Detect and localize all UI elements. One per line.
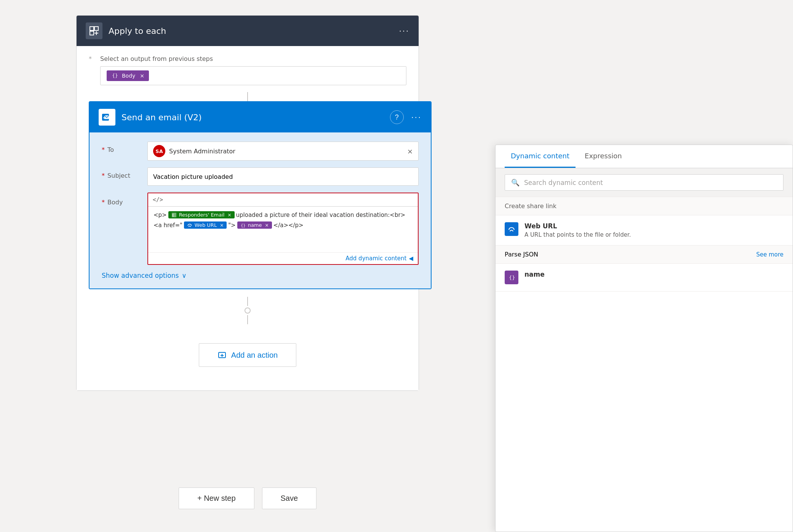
section-parse-json: Parse JSON See more [496,245,793,264]
select-output-row: * Select an output from previous steps {… [89,55,406,85]
web-url-desc: A URL that points to the file or folder. [524,231,631,238]
to-remove-button[interactable]: × [407,147,413,155]
name-tag-remove[interactable]: × [265,223,269,228]
apply-each-icon [86,22,102,39]
bottom-connector [89,297,406,324]
web-url-text: Web URL A URL that points to the file or… [524,222,631,238]
to-label: * To [102,142,140,153]
outlook-icon: o [99,109,115,126]
add-dynamic-link-row: Add dynamic content ◀ [148,252,418,264]
search-placeholder: Search dynamic content [524,179,603,186]
send-email-header-left: o Send an email (V2) [99,109,202,126]
body-input[interactable]: </> <p> E Responders' Email × [147,193,419,265]
section-create-share-link: Create share link [496,197,793,215]
apply-each-header-left: Apply to each [86,22,166,39]
select-output-input[interactable]: {} Body × [100,66,406,85]
send-email-more-button[interactable]: ··· [411,112,422,122]
name-item-title: name [524,271,545,278]
parse-json-label: Parse JSON [505,251,538,258]
show-advanced-label: Show advanced options [102,272,179,279]
connector-circle [245,307,251,314]
body-line2-suffix: </a></p> [273,222,304,229]
body-content: <p> E Responders' Email × uploaded a pic… [148,207,418,252]
responders-email-tag: E Responders' Email × [168,211,235,218]
sa-name: System Administrator [169,148,403,155]
web-url-title: Web URL [524,222,631,230]
subject-row: * Subject Vacation picture uploaded [102,167,419,186]
apply-each-header: Apply to each ··· [77,16,419,46]
body-line-2: <a href=" Web URL × "> {} [153,221,412,229]
name-icon: {} [505,271,518,284]
subject-input[interactable]: Vacation picture uploaded [147,167,419,186]
dynamic-search-area: 🔍 Search dynamic content [496,168,793,197]
send-email-help-button[interactable]: ? [390,110,404,124]
svg-text:E: E [172,213,174,217]
body-line1-prefix: <p> [153,212,167,218]
tab-dynamic-content[interactable]: Dynamic content [505,145,576,168]
apply-each-title: Apply to each [109,26,166,36]
dynamic-panel-tabs: Dynamic content Expression [496,145,793,168]
tab-expression[interactable]: Expression [579,145,628,168]
add-dynamic-chevron: ◀ [409,255,413,262]
add-action-container: Add an action [89,332,406,378]
connector-line-2 [247,297,248,306]
show-advanced-chevron: ∨ [182,272,186,279]
apply-each-body: * Select an output from previous steps {… [77,46,419,390]
send-email-block: o Send an email (V2) ? ··· [89,101,432,289]
send-email-header: o Send an email (V2) ? ··· [90,102,431,132]
body-tag-label: Body [122,73,135,79]
body-label: * Body [102,193,140,206]
svg-rect-1 [94,27,98,30]
body-tag-remove[interactable]: × [140,73,144,79]
add-action-button[interactable]: Add an action [199,343,296,367]
add-action-label: Add an action [231,351,278,360]
send-email-title: Send an email (V2) [122,113,202,122]
svg-text:{}: {} [509,275,515,280]
body-row: * Body </> <p> E Res [102,193,419,265]
responders-email-remove[interactable]: × [227,212,231,218]
dynamic-search-box[interactable]: 🔍 Search dynamic content [505,174,783,191]
name-item-text: name [524,271,545,280]
apply-each-more-button[interactable]: ··· [399,26,409,36]
send-email-form: * To SA System Administrator × * [90,132,431,288]
send-email-header-right: ? ··· [390,110,422,124]
name-tag: {} name × [237,221,272,229]
connector-line-3 [247,315,248,324]
web-url-remove[interactable]: × [220,223,224,228]
to-row: * To SA System Administrator × [102,142,419,161]
svg-rect-0 [90,27,94,30]
body-line2-prefix: <a href=" [153,222,182,229]
sa-avatar: SA [153,145,165,157]
body-line1-suffix: uploaded a picture of their ideal vacati… [236,212,406,218]
show-advanced-options[interactable]: Show advanced options ∨ [102,272,419,279]
svg-rect-2 [90,31,94,35]
search-icon: 🔍 [511,178,520,186]
dynamic-content-panel: Dynamic content Expression 🔍 Search dyna… [495,145,793,532]
dynamic-item-web-url[interactable]: Web URL A URL that points to the file or… [496,215,793,245]
bottom-buttons-row: + New step Save [179,487,317,509]
web-url-tag: Web URL × [184,221,227,229]
add-dynamic-content-link[interactable]: Add dynamic content [345,255,406,262]
subject-label: * Subject [102,167,140,179]
see-more-link[interactable]: See more [756,251,783,258]
subject-value: Vacation picture uploaded [153,173,233,180]
save-button[interactable]: Save [262,487,317,509]
apply-each-block: Apply to each ··· * Select an output fro… [76,15,419,391]
body-line-1: <p> E Responders' Email × uploaded a pic… [153,211,412,218]
body-toolbar: </> [148,193,418,207]
connector-line [247,92,248,101]
to-input[interactable]: SA System Administrator × [147,142,419,161]
select-output-label: Select an output from previous steps [100,55,406,62]
new-step-button[interactable]: + New step [179,487,254,509]
body-tag: {} Body × [107,70,149,81]
body-tag-icon: {} [111,72,119,80]
dynamic-item-name[interactable]: {} name [496,264,793,291]
svg-text:{}: {} [241,223,246,228]
body-line2-mid: "> [228,222,235,229]
web-url-icon [505,222,518,236]
